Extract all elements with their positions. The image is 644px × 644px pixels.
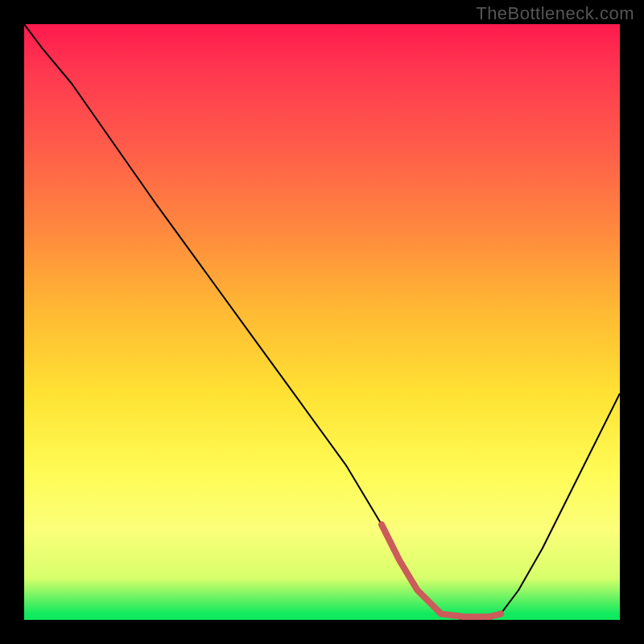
watermark-text: TheBottleneck.com [476,3,634,24]
bottleneck-curve [24,24,620,620]
plot-area [24,24,620,620]
chart-frame: TheBottleneck.com [0,0,644,644]
curve-svg [24,24,620,620]
valley-highlight [382,525,501,617]
